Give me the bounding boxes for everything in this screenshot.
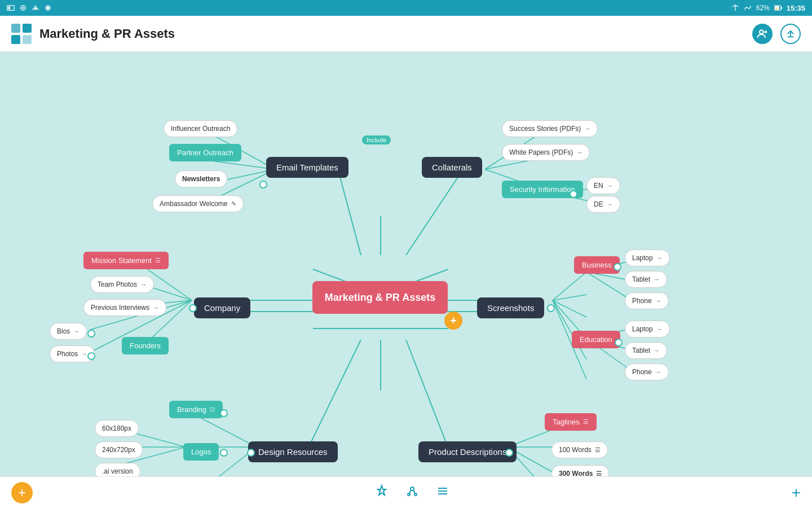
status-left (7, 4, 52, 12)
company-node[interactable]: Company (194, 297, 250, 318)
svg-line-52 (192, 413, 257, 447)
company-connector (189, 304, 197, 312)
pin-button[interactable] (375, 484, 389, 501)
logos-node[interactable]: Logos (183, 443, 219, 461)
branding-node[interactable]: Branding ⊡ (169, 401, 223, 418)
app-logo (11, 24, 32, 44)
laptop2-node[interactable]: Laptop → (625, 321, 670, 338)
photos-connector (87, 352, 95, 360)
svg-rect-14 (23, 35, 32, 44)
add-user-button[interactable] (752, 24, 773, 44)
add-node-button[interactable]: + (444, 312, 462, 330)
battery-text: 62% (756, 4, 770, 12)
phone2-node[interactable]: Phone → (625, 364, 669, 380)
svg-line-44 (553, 300, 586, 360)
laptop1-node[interactable]: Laptop → (625, 249, 670, 266)
team-photos-node[interactable]: Team Photos → (90, 276, 154, 293)
arrow-icon2: → (576, 149, 582, 156)
phone1-node[interactable]: Phone → (625, 292, 669, 309)
bios-node[interactable]: Bios → (50, 323, 87, 340)
center-node[interactable]: Marketing & PR Assets (312, 281, 448, 314)
status-bar: 62% ⚡ 15:35 (0, 0, 812, 16)
svg-rect-8 (781, 7, 782, 9)
tablet2-node[interactable]: Tablet → (625, 342, 667, 359)
branding-icon: ⊡ (210, 406, 215, 413)
newsletters-node[interactable]: Newsletters (175, 170, 227, 187)
svg-point-5 (46, 6, 49, 9)
share-button[interactable] (405, 484, 419, 501)
svg-line-40 (553, 272, 586, 300)
top-bar-left: Marketing & PR Assets (11, 24, 175, 44)
svg-line-71 (406, 340, 451, 456)
svg-point-15 (760, 30, 764, 34)
mindmap-canvas: Marketing & PR Assets + Include Email Te… (0, 52, 812, 508)
influencer-outreach-node[interactable]: Influencer Outreach (164, 120, 237, 137)
mission-statement-node[interactable]: Mission Statement ☰ (83, 252, 169, 269)
svg-rect-11 (11, 24, 20, 33)
screenshots-node[interactable]: Screenshots (477, 297, 544, 318)
svg-point-74 (414, 493, 417, 496)
arrow-icon13: → (654, 347, 660, 354)
founders-node[interactable]: Founders (122, 337, 169, 354)
menu-icon: ☰ (155, 257, 161, 264)
product-desc-connector (505, 449, 513, 457)
svg-line-67 (406, 170, 462, 255)
status-right: 62% ⚡ 15:35 (731, 4, 805, 12)
arrow-icon3: → (607, 182, 613, 189)
bottom-add-button[interactable]: + (11, 482, 33, 503)
arrow-icon11: → (655, 297, 661, 304)
svg-line-76 (413, 490, 415, 493)
arrow-icon7: → (73, 328, 80, 335)
business-node[interactable]: Business (574, 256, 620, 274)
white-papers-node[interactable]: White Papers (PDFs) → (502, 144, 590, 161)
design-resources-node[interactable]: Design Resources (248, 441, 338, 462)
bottom-right-plus[interactable]: + (792, 484, 801, 502)
words100-icon: ☰ (595, 446, 601, 454)
taglines-icon: ☰ (583, 418, 589, 426)
menu-button[interactable] (436, 484, 449, 501)
upload-button[interactable] (780, 24, 801, 44)
education-node[interactable]: Education (572, 331, 620, 348)
arrow-icon: → (584, 125, 590, 132)
size2-node[interactable]: 240x720px (95, 441, 143, 458)
de-node[interactable]: DE → (586, 196, 620, 213)
design-res-connector (247, 449, 255, 457)
security-connector (570, 190, 577, 198)
size1-node[interactable]: 60x180px (95, 420, 139, 437)
top-bar: Marketing & PR Assets (0, 16, 812, 52)
en-node[interactable]: EN → (586, 177, 620, 194)
ambassador-welcome-node[interactable]: Ambassador Welcome ✎ (152, 195, 244, 212)
bios-connector (87, 330, 95, 338)
arrow-icon5: → (140, 281, 147, 288)
time: 15:35 (787, 4, 805, 12)
product-desc-node[interactable]: Product Descriptions (418, 441, 517, 462)
arrow-icon9: → (656, 255, 663, 261)
branding-connector (220, 409, 228, 417)
education-connector (615, 339, 623, 347)
success-stories-node[interactable]: Success Stories (PDFs) → (502, 120, 598, 137)
svg-line-66 (338, 170, 361, 255)
collaterals-node[interactable]: Collaterals (422, 157, 482, 178)
logos-connector (220, 449, 228, 457)
bottom-bar: + + (0, 476, 812, 508)
tablet1-node[interactable]: Tablet → (625, 271, 667, 288)
bottom-left: + (11, 482, 33, 503)
previous-interviews-node[interactable]: Previous Interviews → (83, 299, 166, 316)
include-label: Include (362, 135, 391, 144)
arrow-icon8: → (81, 351, 87, 357)
svg-line-75 (409, 490, 411, 493)
arrow-icon14: → (655, 369, 661, 375)
newsletters-connector (259, 181, 267, 189)
svg-line-70 (304, 340, 361, 456)
svg-rect-13 (11, 35, 20, 44)
business-connector (614, 263, 621, 271)
svg-rect-1 (8, 6, 11, 9)
words100-node[interactable]: 100 Words ☰ (551, 441, 608, 458)
edit-icon: ✎ (231, 200, 236, 208)
partner-outreach-node[interactable]: Partner Outreach (169, 144, 241, 161)
svg-line-41 (553, 295, 586, 300)
arrow-icon6: → (153, 304, 159, 311)
taglines-node[interactable]: Taglines ☰ (545, 413, 597, 431)
svg-rect-12 (23, 24, 32, 33)
email-templates-node[interactable]: Email Templates (266, 157, 348, 178)
